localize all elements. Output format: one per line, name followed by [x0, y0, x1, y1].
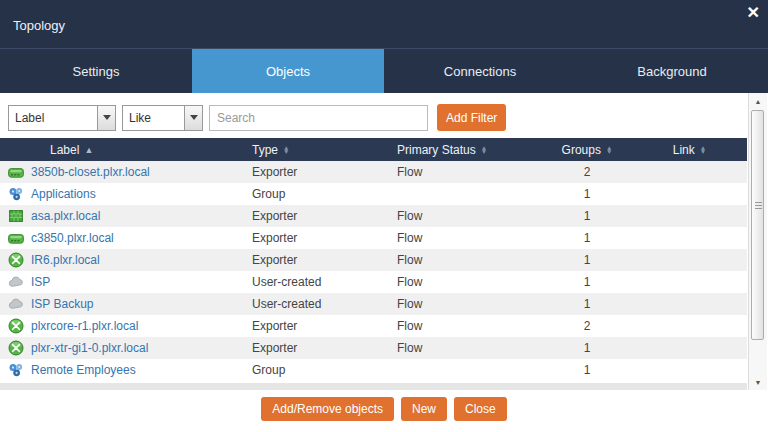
- object-label-link[interactable]: 3850b-closet.plxr.local: [31, 165, 150, 179]
- type-cell: User-created: [252, 275, 397, 289]
- type-cell: User-created: [252, 297, 397, 311]
- scrollbar-thumb[interactable]: [751, 110, 764, 340]
- groups-cell: 1: [542, 363, 632, 377]
- add-remove-objects-button[interactable]: Add/Remove objects: [261, 397, 394, 421]
- object-label-link[interactable]: c3850.plxr.local: [31, 231, 114, 245]
- firewall-icon: [8, 208, 24, 224]
- primary-status-cell: Flow: [397, 165, 542, 179]
- object-label-link[interactable]: IR6.plxr.local: [31, 253, 100, 267]
- sort-icon: ▲▼: [481, 146, 487, 154]
- object-label-link[interactable]: Applications: [31, 187, 96, 201]
- table-bottom-strip: [0, 383, 747, 390]
- type-cell: Exporter: [252, 319, 397, 333]
- close-icon[interactable]: ✕: [747, 3, 760, 23]
- table-row[interactable]: plxrcore-r1.plxr.localExporterFlow2: [0, 315, 747, 337]
- type-cell: Exporter: [252, 341, 397, 355]
- primary-status-cell: Flow: [397, 231, 542, 245]
- table-row[interactable]: ISP BackupUser-createdFlow1: [0, 293, 747, 315]
- type-cell: Exporter: [252, 231, 397, 245]
- topology-dialog: Topology ✕ SettingsObjectsConnectionsBac…: [0, 0, 768, 432]
- filter-operator-value: Like: [123, 111, 151, 125]
- column-label: Link: [673, 143, 695, 157]
- sort-icon: ▲▼: [283, 146, 289, 154]
- groups-cell: 1: [542, 187, 632, 201]
- column-header-label[interactable]: Label▲: [0, 143, 252, 157]
- close-button[interactable]: Close: [454, 397, 507, 421]
- groups-cell: 1: [542, 253, 632, 267]
- column-label: Primary Status: [397, 143, 476, 157]
- cloud-icon: [8, 296, 24, 312]
- cloud-icon: [8, 274, 24, 290]
- primary-status-cell: Flow: [397, 319, 542, 333]
- new-button[interactable]: New: [401, 397, 447, 421]
- router-icon: [8, 252, 24, 268]
- type-cell: Group: [252, 187, 397, 201]
- scrollbar-grip: [755, 202, 762, 203]
- tab-objects[interactable]: Objects: [192, 49, 384, 93]
- search-input[interactable]: [209, 105, 428, 131]
- object-label-link[interactable]: Remote Employees: [31, 363, 136, 377]
- dialog-titlebar: Topology ✕: [0, 0, 768, 48]
- column-label: Type: [252, 143, 278, 157]
- router-icon: [8, 340, 24, 356]
- filter-field-value: Label: [9, 111, 44, 125]
- switch-icon: [8, 164, 24, 180]
- tab-settings[interactable]: Settings: [0, 49, 192, 93]
- table-row[interactable]: 3850b-closet.plxr.localExporterFlow2: [0, 161, 747, 183]
- groups-cell: 1: [542, 209, 632, 223]
- group-icon: [8, 186, 24, 202]
- switch-icon: [8, 230, 24, 246]
- primary-status-cell: Flow: [397, 341, 542, 355]
- filter-field-select[interactable]: Label: [8, 105, 116, 131]
- tab-bar: SettingsObjectsConnectionsBackground: [0, 48, 768, 93]
- add-filter-button[interactable]: Add Filter: [437, 104, 506, 131]
- object-label-link[interactable]: ISP Backup: [31, 297, 93, 311]
- groups-cell: 2: [542, 165, 632, 179]
- primary-status-cell: Flow: [397, 253, 542, 267]
- groups-cell: 1: [542, 275, 632, 289]
- table-row[interactable]: plxr-xtr-gi1-0.plxr.localExporterFlow1: [0, 337, 747, 359]
- object-label-link[interactable]: plxr-xtr-gi1-0.plxr.local: [31, 341, 148, 355]
- type-cell: Group: [252, 363, 397, 377]
- table-header-row: Label▲Type▲▼Primary Status▲▼Groups▲▼Link…: [0, 138, 747, 161]
- table-row[interactable]: Remote EmployeesGroup1: [0, 359, 747, 381]
- column-header-link[interactable]: Link▲▼: [632, 143, 747, 157]
- chevron-down-icon: [184, 106, 202, 130]
- table-row[interactable]: ISPUser-createdFlow1: [0, 271, 747, 293]
- objects-table: 3850b-closet.plxr.localExporterFlow2Appl…: [0, 161, 747, 381]
- type-cell: Exporter: [252, 253, 397, 267]
- column-header-groups[interactable]: Groups▲▼: [542, 143, 632, 157]
- groups-cell: 1: [542, 297, 632, 311]
- sort-asc-icon: ▲: [84, 145, 93, 155]
- primary-status-cell: Flow: [397, 275, 542, 289]
- groups-cell: 1: [542, 341, 632, 355]
- router-icon: [8, 318, 24, 334]
- groups-cell: 1: [542, 231, 632, 245]
- groups-cell: 2: [542, 319, 632, 333]
- type-cell: Exporter: [252, 165, 397, 179]
- table-row[interactable]: ApplicationsGroup1: [0, 183, 747, 205]
- table-row[interactable]: asa.plxr.localExporterFlow1: [0, 205, 747, 227]
- objects-tab-content: Label Like Add Filter Label▲Type▲▼Primar…: [0, 93, 768, 390]
- type-cell: Exporter: [252, 209, 397, 223]
- group-icon: [8, 362, 24, 378]
- filter-toolbar: Label Like Add Filter: [8, 104, 506, 131]
- column-header-type[interactable]: Type▲▼: [252, 143, 397, 157]
- scroll-up-icon[interactable]: ▲: [749, 94, 767, 108]
- primary-status-cell: Flow: [397, 297, 542, 311]
- object-label-link[interactable]: asa.plxr.local: [31, 209, 100, 223]
- table-row[interactable]: IR6.plxr.localExporterFlow1: [0, 249, 747, 271]
- object-label-link[interactable]: ISP: [31, 275, 50, 289]
- filter-operator-select[interactable]: Like: [122, 105, 203, 131]
- column-label: Groups: [562, 143, 601, 157]
- table-row[interactable]: c3850.plxr.localExporterFlow1: [0, 227, 747, 249]
- vertical-scrollbar[interactable]: ▲ ▼: [748, 93, 767, 390]
- object-label-link[interactable]: plxrcore-r1.plxr.local: [31, 319, 138, 333]
- chevron-down-icon: [97, 106, 115, 130]
- scroll-down-icon[interactable]: ▼: [749, 375, 767, 389]
- sort-icon: ▲▼: [606, 146, 612, 154]
- tab-connections[interactable]: Connections: [384, 49, 576, 93]
- tab-background[interactable]: Background: [576, 49, 768, 93]
- column-header-primary-status[interactable]: Primary Status▲▼: [397, 143, 542, 157]
- dialog-footer: Add/Remove objectsNewClose: [0, 390, 768, 432]
